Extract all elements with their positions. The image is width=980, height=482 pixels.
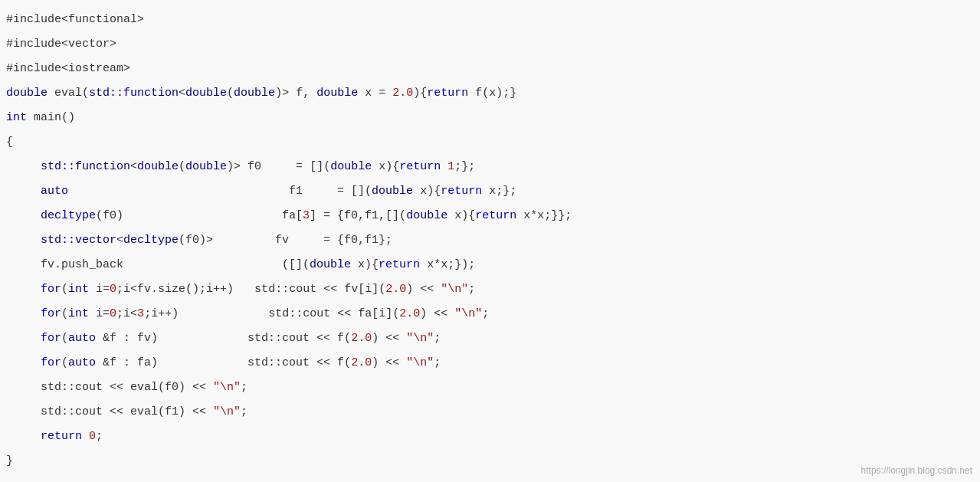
code-line-16: std::cout << eval(f0) << "\n"; [6,375,974,400]
code-line-19: } [6,449,974,474]
code-line-5: int main() [6,106,974,130]
code-line-15: for(auto &f : fa) std::cout << f(2.0) <<… [6,351,974,375]
code-line-18: return 0; [6,425,974,449]
code-line-10: std::vector<decltype(f0)> fv = {f0,f1}; [6,228,974,253]
code-line-4: double eval(std::function<double(double)… [6,81,974,106]
code-line-12: for(int i=0;i<fv.size();i++) std::cout <… [6,277,974,302]
watermark: https://longjin.blog.csdn.net [861,465,972,476]
code-line-3: #include<iostream> [6,57,974,81]
code-line-2: #include<vector> [6,32,974,57]
code-line-17: std::cout << eval(f1) << "\n"; [6,400,974,425]
code-container: #include<functional> #include<vector> #i… [0,0,980,482]
code-line-9: decltype(f0) fa[3] = {f0,f1,[](double x)… [6,204,974,228]
code-line-13: for(int i=0;i<3;i++) std::cout << fa[i](… [6,302,974,326]
code-line-8: auto f1 = [](double x){return x;}; [6,179,974,204]
code-line-6: { [6,130,974,155]
code-line-14: for(auto &f : fv) std::cout << f(2.0) <<… [6,326,974,351]
code-line-11: fv.push_back ([](double x){return x*x;})… [6,253,974,277]
code-line-1: #include<functional> [6,8,974,32]
code-line-7: std::function<double(double)> f0 = [](do… [6,155,974,179]
